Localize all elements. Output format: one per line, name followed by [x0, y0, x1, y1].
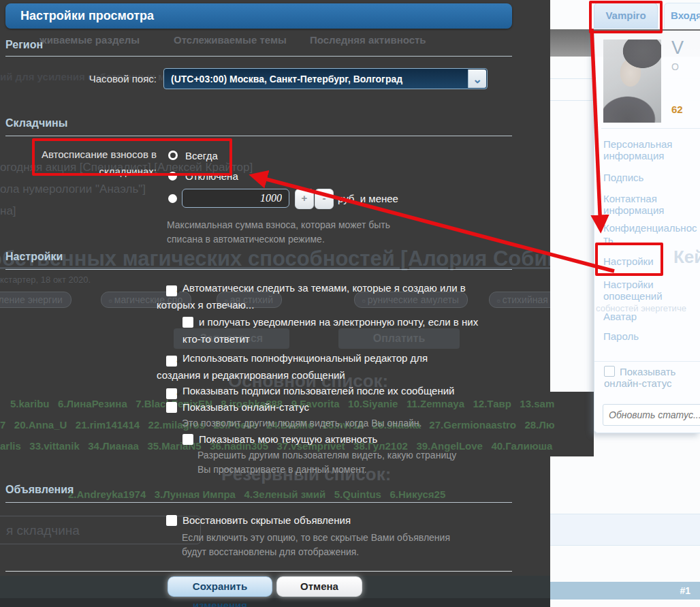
- post-number-bar: #1: [550, 582, 700, 600]
- menu-link-password[interactable]: Пароль: [603, 330, 688, 342]
- bg-promo-line3: на]: [0, 204, 16, 218]
- email-notify-row: и получать уведомления на электронную по…: [182, 313, 496, 347]
- show-online-status-row: Показывать онлайн-статус: [604, 366, 693, 389]
- profile-subtitle-initial: О: [671, 61, 679, 72]
- modal-title-bar: Настройки просмотра: [5, 3, 512, 29]
- menu-link-privacy[interactable]: Конфиденциальность: [603, 222, 700, 245]
- panel-divider: [594, 361, 700, 362]
- section-divider: [5, 269, 512, 270]
- section-divider: [5, 136, 512, 136]
- amount-input[interactable]: [182, 189, 289, 208]
- section-divider: [5, 56, 512, 57]
- account-menu-panel: V О 62 Кейр собностей энергетиче Персона…: [594, 31, 700, 433]
- profile-name-initial: V: [671, 37, 684, 59]
- menu-link-personal-details[interactable]: Персональная информация: [603, 138, 688, 161]
- bg-tab-recent-activity: Последняя активность: [310, 34, 426, 46]
- menu-link-contact-details[interactable]: Контактная информация: [603, 193, 688, 216]
- follow-threads-checkbox[interactable]: [166, 285, 177, 296]
- rich-editor-row: Использовать полнофункциональный редакто…: [157, 349, 466, 384]
- signatures-row: Показывать подписи пользователей после и…: [157, 385, 511, 399]
- amount-increase-button[interactable]: +: [295, 189, 314, 209]
- bg-tab-watched-threads: Отслеживаемые темы: [174, 34, 287, 46]
- menu-link-alert-preferences[interactable]: Настройки оповещений: [603, 279, 688, 302]
- amount-decrease-button[interactable]: -: [315, 189, 334, 209]
- annotation-box-always-option: [32, 138, 232, 176]
- chevron-down-icon[interactable]: [468, 69, 486, 88]
- activity-help: Разрешить другим пользователям видеть, к…: [197, 448, 460, 477]
- show-online-status-checkbox[interactable]: [604, 366, 615, 377]
- avatar[interactable]: [603, 40, 661, 123]
- footer-divider: [5, 571, 512, 572]
- follow-threads-row: Автоматически следить за темами, которые…: [157, 279, 466, 313]
- section-heading-announcements: Объявления: [5, 484, 74, 496]
- section-heading-settings: Настройки: [5, 251, 63, 263]
- online-status-row: Показывать онлайн-статус: [157, 401, 511, 413]
- timezone-label: Часовой пояс:: [41, 73, 157, 84]
- annotation-box-vampiro-tab: [589, 1, 663, 33]
- bg-tag-pill: новление энергии: [0, 292, 71, 308]
- rich-editor-checkbox[interactable]: [166, 356, 177, 367]
- activity-checkbox[interactable]: [182, 434, 193, 445]
- modal-footer-band-dark: [0, 598, 594, 607]
- section-heading-crowdfunding: Складчины: [5, 117, 67, 129]
- bg-byline: кстартер, 18 окт 2020.: [0, 275, 91, 285]
- post-number-link[interactable]: #1: [680, 585, 690, 596]
- cancel-button[interactable]: Отмена: [276, 576, 362, 597]
- modal-title: Настройки просмотра: [5, 3, 512, 23]
- profile-stat-count[interactable]: 62: [671, 104, 683, 115]
- restore-announcements-checkbox[interactable]: [166, 515, 177, 526]
- bg-thread-title: я собственных магических способностей [А…: [0, 247, 637, 271]
- signatures-checkbox[interactable]: [166, 388, 177, 399]
- amount-help-text: Максимальная сумма взноса, которая может…: [167, 218, 422, 247]
- section-divider: [5, 502, 512, 503]
- bg-pale-band: [550, 514, 700, 546]
- menu-link-signature[interactable]: Подпись: [603, 172, 688, 183]
- status-update-input[interactable]: [603, 404, 700, 426]
- email-notify-checkbox[interactable]: [182, 317, 193, 328]
- radio-amount-limit[interactable]: [168, 194, 177, 203]
- activity-row: Показывать мою текущую активность: [182, 433, 496, 445]
- online-status-help: Это позволит другим людям видеть, когда …: [182, 416, 495, 431]
- restore-announcements-help: Если включить эту опцию, то все скрытые …: [182, 531, 468, 559]
- amount-suffix: руб. и менее: [338, 193, 398, 204]
- menu-link-avatar[interactable]: Аватар: [603, 311, 688, 322]
- restore-announcements-row: Восстановить скрытые объявления: [157, 514, 497, 526]
- bg-promo-line2: ола нумерологии "Анаэль"]: [0, 183, 146, 196]
- save-button[interactable]: Сохранить изменения: [168, 576, 272, 597]
- timezone-select[interactable]: (UTC+03:00) Москва, Санкт-Петербург, Вол…: [163, 68, 488, 89]
- page-right-strip-bottom: #1: [550, 456, 700, 607]
- online-status-checkbox[interactable]: [166, 402, 177, 413]
- bg-reserve-list-row: 2.Andreyka1974 3.Лунная Импра 4.Зеленый …: [68, 488, 445, 500]
- panel-divider: [601, 128, 700, 129]
- annotation-box-preferences-link: [595, 243, 663, 276]
- screenshot-root: живаемые разделы Отслеживаемые темы Посл…: [0, 0, 700, 607]
- timezone-value: (UTC+03:00) Москва, Санкт-Петербург, Вол…: [171, 74, 402, 84]
- bg-tab-watched-forums: живаемые разделы: [39, 34, 140, 46]
- tab-inbox[interactable]: Входя: [664, 3, 700, 29]
- section-heading-region: Регион: [5, 39, 43, 51]
